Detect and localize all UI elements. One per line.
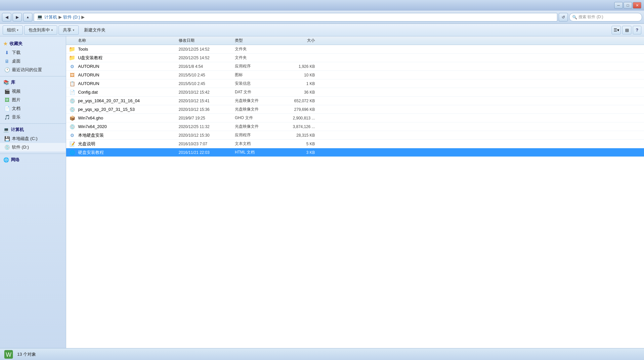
table-row[interactable]: 📁 Tools 2020/12/25 14:52 文件夹 bbox=[66, 45, 644, 54]
file-size: 279,696 KB bbox=[278, 107, 318, 112]
breadcrumb-drive[interactable]: 软件 (D:) bbox=[63, 14, 80, 20]
file-size: 36 KB bbox=[278, 90, 318, 95]
table-row[interactable]: 💿 pe_yqs_xp_20_07_31_15_53 2020/10/12 15… bbox=[66, 105, 644, 114]
minimize-button[interactable]: ─ bbox=[614, 2, 623, 9]
computer-header[interactable]: 💻 计算机 bbox=[0, 125, 66, 134]
column-name[interactable]: 名称 bbox=[66, 38, 179, 43]
maximize-button[interactable]: □ bbox=[623, 2, 632, 9]
search-box[interactable]: 🔍 搜索 软件 (D:) bbox=[569, 13, 642, 22]
file-icon-cell: 📁 bbox=[66, 55, 78, 61]
back-button[interactable]: ◀ bbox=[2, 13, 11, 22]
up-button[interactable]: ▲ bbox=[23, 13, 32, 22]
organize-button[interactable]: 组织 ▾ bbox=[3, 25, 23, 35]
file-icon-cell: 🌐 bbox=[66, 150, 78, 156]
network-header[interactable]: 🌐 网络 bbox=[0, 155, 66, 164]
column-size[interactable]: 大小 bbox=[278, 38, 318, 43]
file-icon: ⚙ bbox=[69, 64, 75, 69]
new-folder-label: 新建文件夹 bbox=[84, 27, 106, 33]
breadcrumb-computer[interactable]: 计算机 bbox=[44, 14, 57, 20]
column-header: 名称 修改日期 类型 大小 bbox=[66, 36, 644, 45]
search-icon: 🔍 bbox=[572, 15, 577, 20]
titlebar: ─ □ ✕ bbox=[0, 0, 644, 11]
file-icon-cell: 📦 bbox=[66, 115, 78, 121]
library-label: 库 bbox=[11, 79, 15, 85]
sidebar-item-desktop[interactable]: 🖥 桌面 bbox=[0, 57, 66, 66]
file-icon: 📦 bbox=[69, 115, 75, 121]
table-row[interactable]: 🖼 AUTORUN 2015/5/10 2:45 图标 10 KB bbox=[66, 71, 644, 79]
table-row[interactable]: 🌐 硬盘安装教程 2016/11/21 22:03 HTML 文档 3 KB bbox=[66, 148, 644, 157]
close-button[interactable]: ✕ bbox=[633, 2, 641, 9]
file-name: Win7x64.gho bbox=[78, 115, 179, 120]
sidebar-item-video[interactable]: 🎬 视频 bbox=[0, 87, 66, 96]
file-name: AUTORUN bbox=[78, 72, 179, 77]
sidebar-item-recent[interactable]: 🕐 最近访问的位置 bbox=[0, 66, 66, 74]
video-label: 视频 bbox=[12, 88, 21, 94]
table-row[interactable]: ⚙ 本地硬盘安装 2020/10/12 15:30 应用程序 28,315 KB bbox=[66, 131, 644, 140]
sidebar-item-photo[interactable]: 🖼 图片 bbox=[0, 96, 66, 104]
share-button[interactable]: 共享 ▾ bbox=[59, 25, 79, 35]
organize-label: 组织 bbox=[7, 27, 16, 33]
column-type[interactable]: 类型 bbox=[235, 38, 278, 43]
include-caret: ▾ bbox=[51, 28, 53, 32]
network-section: 🌐 网络 bbox=[0, 155, 66, 164]
file-name: 本地硬盘安装 bbox=[78, 132, 179, 138]
table-row[interactable]: 📄 Config.dat 2020/10/12 15:42 DAT 文件 36 … bbox=[66, 88, 644, 97]
favorites-header[interactable]: ★ 收藏夹 bbox=[0, 39, 66, 48]
new-folder-button[interactable]: 新建文件夹 bbox=[80, 25, 109, 35]
table-row[interactable]: 📁 U盘安装教程 2020/12/25 14:52 文件夹 bbox=[66, 54, 644, 62]
include-button[interactable]: 包含到库中 ▾ bbox=[24, 25, 57, 35]
file-date: 2016/11/21 22:03 bbox=[179, 150, 235, 155]
file-size: 2,900,813 ... bbox=[278, 116, 318, 120]
table-row[interactable]: 📝 光盘说明 2016/10/23 7:07 文本文档 5 KB bbox=[66, 140, 644, 148]
sidebar-item-download[interactable]: ⬇ 下载 bbox=[0, 48, 66, 57]
soft-disk-icon: 💿 bbox=[4, 144, 10, 150]
address-path[interactable]: 💻 计算机 ▶ 软件 (D:) ▶ bbox=[34, 13, 557, 22]
refresh-button[interactable]: ↺ bbox=[559, 13, 568, 22]
forward-button[interactable]: ▶ bbox=[13, 13, 22, 22]
svg-text:W: W bbox=[6, 351, 12, 358]
computer-icon: 💻 bbox=[3, 127, 9, 132]
file-name: 硬盘安装教程 bbox=[78, 150, 179, 156]
library-header[interactable]: 📚 库 bbox=[0, 78, 66, 87]
sidebar-item-c-drive[interactable]: 💾 本地磁盘 (C:) bbox=[0, 134, 66, 143]
download-icon: ⬇ bbox=[4, 50, 10, 56]
file-icon-cell: ⚙ bbox=[66, 64, 78, 69]
view-size-button[interactable]: ▤ bbox=[622, 26, 631, 34]
file-icon-cell: 🖼 bbox=[66, 72, 78, 78]
table-row[interactable]: ⚙ AUTORUN 2016/1/8 4:54 应用程序 1,926 KB bbox=[66, 62, 644, 71]
library-icon: 📚 bbox=[3, 80, 9, 85]
view-toggle-button[interactable]: ☰▾ bbox=[612, 26, 621, 34]
desktop-label: 桌面 bbox=[12, 58, 21, 64]
file-type: 光盘映像文件 bbox=[235, 107, 278, 112]
file-name: Win7x64_2020 bbox=[78, 124, 179, 129]
c-drive-label: 本地磁盘 (C:) bbox=[12, 136, 37, 142]
file-date: 2020/10/12 15:42 bbox=[179, 90, 235, 95]
file-name: AUTORUN bbox=[78, 81, 179, 86]
file-size: 1,926 KB bbox=[278, 64, 318, 69]
photo-label: 图片 bbox=[12, 97, 21, 103]
table-row[interactable]: 📦 Win7x64.gho 2019/9/7 19:25 GHO 文件 2,90… bbox=[66, 114, 644, 122]
table-row[interactable]: 📋 AUTORUN 2015/5/10 2:45 安装信息 1 KB bbox=[66, 79, 644, 88]
search-placeholder: 搜索 软件 (D:) bbox=[579, 14, 603, 20]
file-area: 名称 修改日期 类型 大小 📁 Tools 2020/12/25 14:52 文… bbox=[66, 36, 644, 348]
addressbar: ◀ ▶ ▲ 💻 计算机 ▶ 软件 (D:) ▶ ↺ 🔍 搜索 软件 (D:) bbox=[0, 11, 644, 24]
recent-icon: 🕐 bbox=[4, 67, 10, 73]
library-section: 📚 库 🎬 视频 🖼 图片 📄 文档 🎵 音乐 bbox=[0, 78, 66, 121]
computer-label: 计算机 bbox=[11, 127, 24, 133]
file-type: 图标 bbox=[235, 72, 278, 78]
file-icon: 📄 bbox=[69, 89, 75, 95]
column-date[interactable]: 修改日期 bbox=[179, 38, 235, 43]
main-layout: ★ 收藏夹 ⬇ 下载 🖥 桌面 🕐 最近访问的位置 📚 库 bbox=[0, 36, 644, 348]
download-label: 下载 bbox=[12, 50, 21, 56]
table-row[interactable]: 💿 Win7x64_2020 2020/12/25 11:32 光盘映像文件 3… bbox=[66, 122, 644, 131]
table-row[interactable]: 💿 pe_yqs_1064_20_07_31_16_04 2020/10/12 … bbox=[66, 97, 644, 105]
help-button[interactable]: ? bbox=[633, 26, 641, 34]
toolbar-right: ☰▾ ▤ ? bbox=[612, 26, 641, 34]
file-icon: 📁 bbox=[69, 46, 75, 52]
sidebar-item-doc[interactable]: 📄 文档 bbox=[0, 104, 66, 113]
breadcrumb-sep2: ▶ bbox=[81, 15, 85, 20]
sidebar-item-music[interactable]: 🎵 音乐 bbox=[0, 113, 66, 121]
sidebar-item-d-drive[interactable]: 💿 软件 (D:) bbox=[0, 143, 66, 152]
file-list: 📁 Tools 2020/12/25 14:52 文件夹 📁 U盘安装教程 20… bbox=[66, 45, 644, 348]
file-name: 光盘说明 bbox=[78, 141, 179, 147]
